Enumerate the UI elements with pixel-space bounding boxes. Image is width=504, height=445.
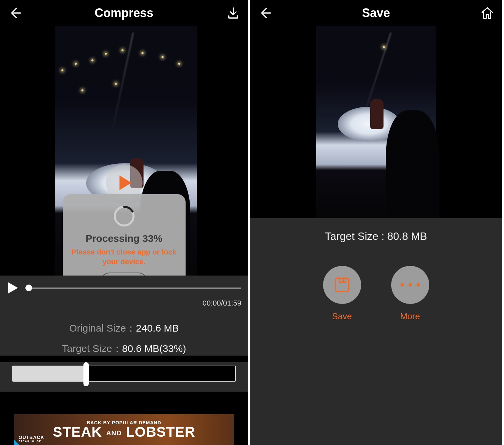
download-icon[interactable] bbox=[225, 5, 241, 21]
more-button[interactable]: More bbox=[391, 266, 429, 322]
play-icon[interactable] bbox=[7, 282, 19, 294]
seek-thumb[interactable] bbox=[25, 285, 32, 291]
video-preview bbox=[250, 26, 502, 218]
size-slider-wrap bbox=[0, 362, 248, 392]
processing-status: Processing 33% bbox=[85, 233, 162, 244]
header: Compress bbox=[0, 0, 248, 26]
save-label: Save bbox=[332, 311, 352, 322]
processing-modal: Processing 33% Please don't close app or… bbox=[63, 194, 186, 276]
back-icon[interactable] bbox=[257, 5, 273, 21]
original-size-value: 240.6 MB bbox=[136, 323, 179, 334]
save-button[interactable]: Save bbox=[323, 266, 361, 322]
header: Save bbox=[250, 0, 502, 26]
target-size-label: Target Size： bbox=[62, 343, 122, 354]
compress-screen: Compress bbox=[0, 0, 250, 445]
ad-banner[interactable]: OUTBACKSTEAKHOUSE BACK BY POPULAR DEMAND… bbox=[14, 414, 234, 445]
seek-track[interactable] bbox=[27, 288, 241, 289]
size-slider-fill bbox=[13, 366, 86, 381]
save-screen: Save Target Size : 80.8 MB bbox=[250, 0, 502, 445]
cancel-button[interactable]: Cancel bbox=[100, 273, 148, 276]
save-body: Target Size : 80.8 MB Save More bbox=[250, 218, 502, 445]
back-icon[interactable] bbox=[7, 5, 23, 21]
svg-marker-2 bbox=[8, 282, 18, 294]
spinner-icon bbox=[112, 204, 136, 228]
original-size-label: Original Size： bbox=[69, 323, 136, 334]
video-preview: Processing 33% Please don't close app or… bbox=[0, 26, 248, 276]
more-icon bbox=[401, 283, 420, 287]
page-title: Compress bbox=[23, 6, 225, 20]
target-size: Target Size : 80.8 MB bbox=[250, 230, 502, 243]
size-slider[interactable] bbox=[12, 366, 236, 382]
processing-warning: Please don't close app or lock your devi… bbox=[69, 248, 179, 267]
video-thumbnail bbox=[316, 26, 436, 218]
floppy-icon bbox=[333, 276, 351, 294]
ad-logo: OUTBACKSTEAKHOUSE bbox=[19, 435, 44, 442]
svg-rect-3 bbox=[335, 278, 349, 292]
size-slider-knob[interactable] bbox=[83, 362, 89, 386]
svg-marker-0 bbox=[119, 175, 132, 190]
size-info: Original Size：240.6 MB Target Size：80.6 … bbox=[0, 312, 248, 356]
page-title: Save bbox=[273, 6, 479, 20]
seek-bar: 00:00/01:59 bbox=[0, 276, 248, 312]
home-icon[interactable] bbox=[479, 5, 495, 21]
target-size-value: 80.6 MB(33%) bbox=[122, 343, 186, 354]
ad-text: BACK BY POPULAR DEMAND STEAK AND LOBSTER bbox=[53, 420, 195, 439]
timecode: 00:00/01:59 bbox=[7, 299, 241, 308]
more-label: More bbox=[400, 311, 420, 322]
